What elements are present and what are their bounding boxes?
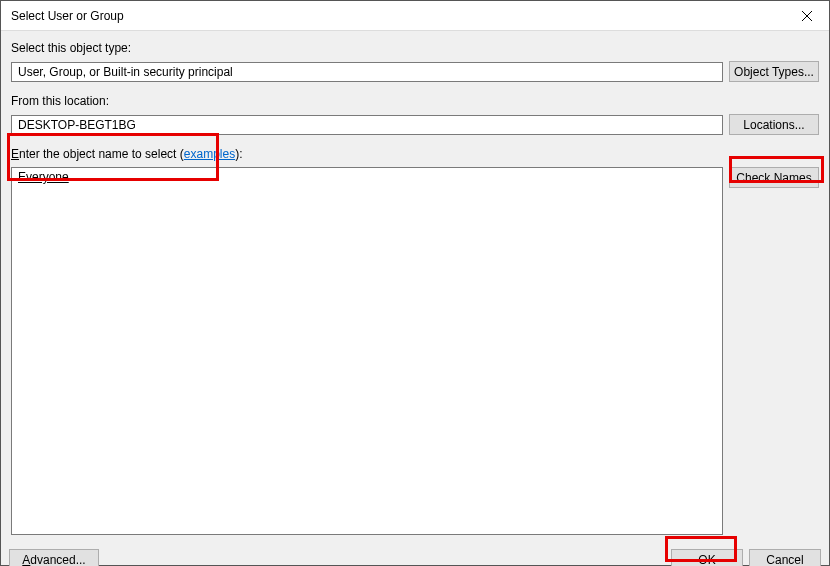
locations-button[interactable]: Locations... (729, 114, 819, 135)
object-name-input[interactable]: Everyone (11, 167, 723, 535)
location-field[interactable]: DESKTOP-BEGT1BG (11, 115, 723, 135)
object-name-value: Everyone (18, 170, 69, 184)
object-type-field[interactable]: User, Group, or Built-in security princi… (11, 62, 723, 82)
close-button[interactable] (784, 1, 829, 31)
advanced-button[interactable]: Advanced... (9, 549, 99, 566)
location-label: From this location: (11, 94, 819, 110)
location-row: DESKTOP-BEGT1BG Locations... (11, 114, 819, 135)
close-icon (802, 11, 812, 21)
examples-link[interactable]: examples (184, 147, 235, 161)
entry-row: Everyone Check Names (11, 167, 819, 535)
dialog-content: Select this object type: User, Group, or… (1, 31, 829, 543)
check-names-button[interactable]: Check Names (729, 167, 819, 188)
object-types-button[interactable]: Object Types... (729, 61, 819, 82)
cancel-button[interactable]: Cancel (749, 549, 821, 566)
object-type-row: User, Group, or Built-in security princi… (11, 61, 819, 82)
window-title: Select User or Group (11, 9, 784, 23)
dialog-footer: Advanced... OK Cancel (1, 543, 829, 566)
entry-label: Enter the object name to select (example… (11, 147, 819, 163)
entry-label-text: Enter the object name to select (example… (11, 147, 242, 161)
dialog-window: Select User or Group Select this object … (0, 0, 830, 566)
object-type-label: Select this object type: (11, 41, 819, 57)
titlebar: Select User or Group (1, 1, 829, 31)
ok-button[interactable]: OK (671, 549, 743, 566)
